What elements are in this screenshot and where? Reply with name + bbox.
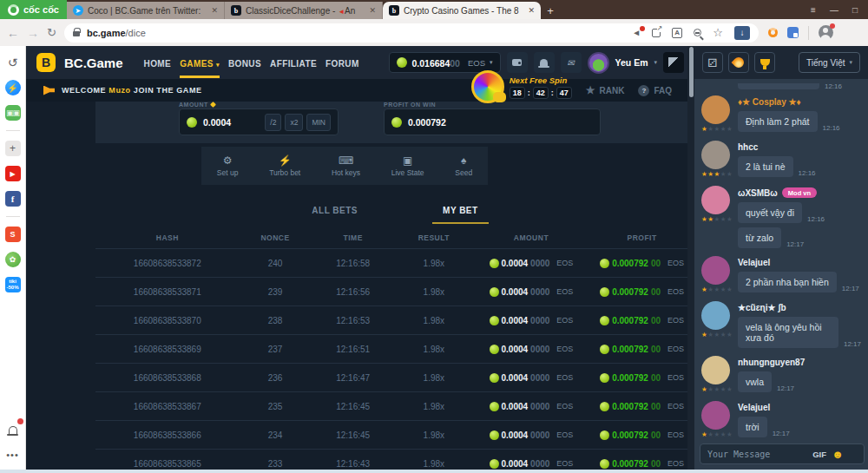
green-app-icon[interactable]: ✿ <box>5 252 21 267</box>
history-icon[interactable]: ↺ <box>5 55 21 70</box>
download-icon[interactable]: ↓ <box>734 26 750 40</box>
table-row[interactable]: 16608638533871 239 12:16:56 1.98x 0.0004… <box>95 277 694 305</box>
tool-item[interactable]: ⚡ Turbo bet <box>269 155 300 177</box>
nav-affiliate[interactable]: AFFILIATE <box>270 47 317 78</box>
table-row[interactable]: 16608638533872 240 12:16:58 1.98x 0.0004… <box>95 248 694 277</box>
chat-username[interactable]: nhungnguyen87 <box>738 358 861 367</box>
nav-forum[interactable]: FORUM <box>326 47 359 78</box>
tab-close-icon[interactable]: ✕ <box>528 6 535 15</box>
chat-toggle-button[interactable] <box>663 52 684 73</box>
contest-button[interactable] <box>754 52 775 73</box>
back-button[interactable]: ← <box>7 26 19 40</box>
avatar[interactable] <box>701 301 730 330</box>
avatar[interactable] <box>701 356 730 384</box>
share-icon[interactable] <box>652 29 661 37</box>
avatar[interactable] <box>701 95 730 124</box>
nav-games[interactable]: GAMES ▾ <box>180 47 220 78</box>
zoom-icon[interactable] <box>694 29 701 36</box>
tab-close-icon[interactable]: ✕ <box>369 6 376 15</box>
table-row[interactable]: 16608638533869 237 12:16:51 1.98x 0.0004… <box>95 334 694 363</box>
browser-tab-classicdice[interactable]: b ClassicDiceChallenge - ◄An ✕ <box>225 2 383 19</box>
browser-tab-active-crypto-casino[interactable]: b Crypto Casino Games - The 8 ✕ <box>383 2 541 19</box>
table-row[interactable]: 16608638533868 236 12:16:47 1.98x 0.0004… <box>95 363 694 391</box>
table-row[interactable]: 16608638533866 234 12:16:45 1.98x 0.0004… <box>95 420 694 449</box>
nav-home[interactable]: HOME <box>144 47 172 78</box>
free-spin-widget[interactable]: Next Free Spin 18 : 42 : 47 <box>471 70 572 103</box>
table-row[interactable]: 16608638533865 233 12:16:43 1.98x 0.0004… <box>95 449 694 470</box>
hot-games-button[interactable] <box>728 52 749 73</box>
tool-item[interactable]: ⚙ Set up <box>217 155 239 177</box>
profile-avatar[interactable] <box>819 25 833 40</box>
add-shortcut-button[interactable]: + <box>5 141 21 156</box>
bcgame-logo-icon[interactable]: B <box>36 53 56 72</box>
bell-icon <box>540 59 548 66</box>
tab-search-icon[interactable]: ≡ <box>811 5 816 15</box>
amount-value[interactable]: 0.0004 <box>203 117 259 128</box>
reload-button[interactable]: ↻ <box>47 26 56 39</box>
tab-close-icon[interactable]: ✕ <box>211 6 218 15</box>
restore-button[interactable]: □ <box>852 5 858 15</box>
gif-button[interactable]: GIF <box>812 450 826 459</box>
bcgame-logo-text[interactable]: BC.Game <box>64 56 123 70</box>
faq-button[interactable]: ? FAQ <box>638 85 672 96</box>
extension-icon[interactable] <box>787 27 799 38</box>
more-options-icon[interactable]: ••• <box>5 447 21 463</box>
tool-item[interactable]: ⌨ Hot keys <box>332 155 360 177</box>
bet-result: 1.98x <box>395 287 473 297</box>
tab-my-bet[interactable]: MY BET <box>432 206 489 224</box>
games-icon[interactable]: ▣▣ <box>5 105 21 121</box>
bet-profit: 0.00079200 EOS <box>589 373 694 383</box>
user-avatar[interactable] <box>588 52 609 74</box>
shopee-icon[interactable]: S <box>5 227 21 242</box>
half-button[interactable]: /2 <box>265 114 281 131</box>
user-name[interactable]: Yeu Em <box>615 57 648 68</box>
taskbar-edge <box>0 470 868 473</box>
chat-username[interactable]: ★cũɛɳi★ ʃb <box>738 303 861 312</box>
page-scrollbar[interactable] <box>687 46 694 470</box>
address-bar[interactable]: bc.game/dice ◄ A ☆ ↓ <box>64 23 759 43</box>
avatar[interactable] <box>701 256 730 285</box>
table-row[interactable]: 16608638533867 235 12:16:45 1.98x 0.0004… <box>95 391 694 420</box>
language-selector[interactable]: Tiếng Việt▾ <box>799 52 860 73</box>
browser-tab-twitter[interactable]: ➤ Coco | BC.Game trên Twitter: ✕ <box>67 2 225 19</box>
bet-nonce: 234 <box>240 430 312 440</box>
forward-button[interactable]: → <box>27 26 39 40</box>
url-text[interactable]: bc.game/dice <box>87 28 625 38</box>
dice-room-button[interactable]: ⚂ <box>702 52 723 73</box>
chat-messages[interactable]: 12:16 ★★★★★ ♦★ Cosplay ★♦ Định làm 2 phá… <box>694 79 868 440</box>
lock-icon[interactable] <box>73 31 80 36</box>
browser-update-icon[interactable] <box>768 28 778 37</box>
min-button[interactable]: MIN <box>306 114 331 131</box>
translate-icon[interactable]: A <box>672 28 682 38</box>
avatar[interactable] <box>701 401 730 430</box>
chat-username[interactable]: ωXSMBω Mod vn <box>738 187 861 198</box>
tool-item[interactable]: ▣ Live State <box>391 155 424 177</box>
new-tab-button[interactable]: + <box>541 2 560 19</box>
emoji-button[interactable]: ☻ <box>832 448 844 461</box>
minimize-button[interactable]: — <box>830 5 838 15</box>
bookmark-star-icon[interactable]: ☆ <box>713 26 723 39</box>
messenger-icon[interactable]: ⚡ <box>5 80 21 95</box>
scrollbar-thumb[interactable] <box>689 47 694 97</box>
chat-username[interactable]: Velajuel <box>738 258 861 267</box>
tab-muted-icon[interactable]: ◄ <box>632 28 641 37</box>
notifications-bell-icon[interactable] <box>5 422 21 437</box>
chat-username[interactable]: ♦★ Cosplay ★♦ <box>738 97 861 107</box>
amount-input[interactable]: 0.0004 /2 x2 MIN <box>179 108 339 135</box>
table-row[interactable]: 16608638533870 238 12:16:53 1.98x 0.0004… <box>95 305 694 334</box>
nav-bonus[interactable]: BONUS <box>228 47 261 78</box>
facebook-icon[interactable]: f <box>5 191 21 207</box>
chat-username[interactable]: hhcc <box>738 142 861 152</box>
avatar[interactable] <box>701 141 730 169</box>
tab-all-bets[interactable]: ALL BETS <box>301 206 368 224</box>
tiki-sale-icon[interactable]: tiki -50% <box>5 277 21 292</box>
spin-wheel-icon[interactable] <box>471 70 504 103</box>
coccoc-brand[interactable]: cốc cốc <box>0 0 67 19</box>
rank-button[interactable]: ★ RANK <box>586 84 625 96</box>
youtube-icon[interactable]: ▶ <box>5 166 21 181</box>
avatar[interactable] <box>701 186 730 214</box>
tool-item[interactable]: ♠ Seed <box>455 155 472 177</box>
chat-username[interactable]: Velajuel <box>738 403 861 412</box>
bet-hash: 16608638533866 <box>95 430 240 440</box>
double-button[interactable]: x2 <box>285 114 303 131</box>
